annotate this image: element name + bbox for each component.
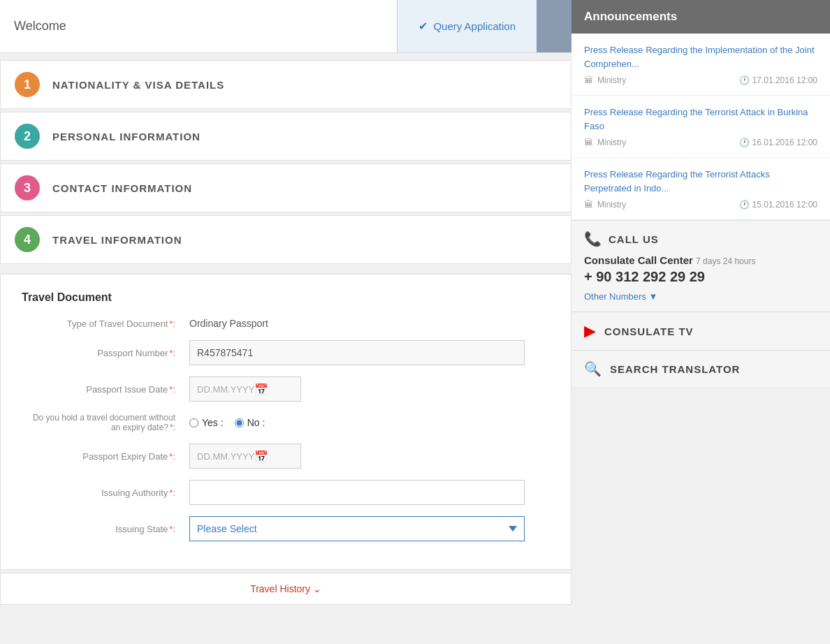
issuing-state-select[interactable]: Please Select <box>189 516 525 541</box>
passport-issue-date-label: Passport Issue Date*: <box>22 384 189 395</box>
passport-number-input[interactable] <box>189 340 525 365</box>
call-number: + 90 312 292 29 29 <box>584 269 817 285</box>
ministry-icon-3: 🏛 <box>584 199 593 210</box>
step-1-nationality[interactable]: 1 NATIONALITY & VISA DETAILS <box>0 60 571 109</box>
issuing-state-label: Issuing State*: <box>22 524 189 534</box>
announcement-source-3: Ministry <box>597 200 626 210</box>
expiry-question-row: Do you hold a travel document without an… <box>22 413 550 432</box>
clock-icon-2: 🕐 <box>739 138 750 147</box>
radio-yes-label: Yes : <box>202 417 224 428</box>
passport-expiry-date-input[interactable]: DD.MM.YYYY 📅 <box>189 444 301 469</box>
call-us-header: 📞 CALL US <box>584 230 817 247</box>
query-tab-label: Query Application <box>433 20 516 32</box>
travel-history-link[interactable]: Travel History ⌄ <box>250 583 321 594</box>
radio-no-label: No : <box>247 417 265 428</box>
steps-list: 1 NATIONALITY & VISA DETAILS 2 PERSONAL … <box>0 53 571 274</box>
step-4-label: TRAVEL INFORMATION <box>52 234 182 246</box>
step-4-travel[interactable]: 4 TRAVEL INFORMATION <box>0 215 571 264</box>
search-translator-title: SEARCH TRANSLATOR <box>610 363 740 375</box>
other-numbers-link[interactable]: Other Numbers ▼ <box>584 291 657 302</box>
announcement-meta-1: 🏛 Ministry 🕐 17.01.2016 12:00 <box>584 75 817 85</box>
announcement-date-1: 17.01.2016 12:00 <box>752 75 817 85</box>
passport-issue-date-input[interactable]: DD.MM.YYYY 📅 <box>189 376 301 402</box>
step-2-label: PERSONAL INFORMATION <box>52 131 201 142</box>
issuing-authority-row: Issuing Authority*: <box>22 480 550 505</box>
passport-number-label: Passport Number*: <box>22 348 189 358</box>
youtube-icon: ▶ <box>584 322 596 340</box>
welcome-text: Welcome <box>0 0 397 52</box>
step-3-label: CONTACT INFORMATION <box>52 182 192 194</box>
calendar-icon[interactable]: 📅 <box>254 383 293 396</box>
type-label: Type of Travel Document*: <box>22 319 189 329</box>
announcement-link-1[interactable]: Press Release Regarding the Implementati… <box>584 43 817 71</box>
announcement-source-2: Ministry <box>597 138 626 147</box>
step-4-circle: 4 <box>15 227 40 252</box>
expiry-question-label: Do you hold a travel document without an… <box>22 413 189 432</box>
expiry-radio-group: Yes : No : <box>189 417 265 428</box>
announcement-item-2: Press Release Regarding the Terrorist At… <box>571 96 830 158</box>
step-1-circle: 1 <box>15 72 40 97</box>
step-2-personal[interactable]: 2 PERSONAL INFORMATION <box>0 112 571 161</box>
call-us-section: 📞 CALL US Consulate Call Center 7 days 2… <box>571 221 830 312</box>
calendar-expiry-icon[interactable]: 📅 <box>254 450 293 463</box>
magnifier-icon: 🔍 <box>584 360 602 377</box>
consulate-tv-title: CONSULATE TV <box>604 325 694 337</box>
sidebar: Announcements Press Release Regarding th… <box>571 0 830 644</box>
radio-yes[interactable] <box>189 418 198 427</box>
radio-yes-option[interactable]: Yes : <box>189 417 224 428</box>
announcement-meta-3: 🏛 Ministry 🕐 15.01.2016 12:00 <box>584 199 817 210</box>
announcement-link-2[interactable]: Press Release Regarding the Terrorist At… <box>584 105 817 133</box>
ministry-icon-2: 🏛 <box>584 137 593 147</box>
travel-document-section: Travel Document Type of Travel Document*… <box>0 274 571 570</box>
passport-expiry-row: Passport Expiry Date*: DD.MM.YYYY 📅 <box>22 444 550 469</box>
announcement-date-2: 16.01.2016 12:00 <box>752 138 817 147</box>
search-translator-section[interactable]: 🔍 SEARCH TRANSLATOR <box>571 351 830 387</box>
phone-icon: 📞 <box>584 230 602 247</box>
announcements-header: Announcements <box>571 0 830 34</box>
query-application-tab[interactable]: ✔ Query Application <box>397 0 537 52</box>
passport-issue-date-row: Passport Issue Date*: DD.MM.YYYY 📅 <box>22 376 550 402</box>
call-hours: 7 days 24 hours <box>696 256 755 266</box>
announcement-source-1: Ministry <box>597 75 626 85</box>
announcement-meta-2: 🏛 Ministry 🕐 16.01.2016 12:00 <box>584 137 817 147</box>
announcement-link-3[interactable]: Press Release Regarding the Terrorist At… <box>584 168 817 195</box>
step-2-circle: 2 <box>15 124 40 149</box>
clock-icon-1: 🕐 <box>739 75 750 85</box>
announcement-item-3: Press Release Regarding the Terrorist At… <box>571 158 830 220</box>
travel-document-title: Travel Document <box>22 291 550 304</box>
radio-no[interactable] <box>235 418 244 427</box>
issuing-state-row: Issuing State*: Please Select <box>22 516 550 541</box>
type-of-travel-row: Type of Travel Document*: Ordinary Passp… <box>22 318 550 329</box>
call-us-title: CALL US <box>609 233 659 245</box>
passport-expiry-label: Passport Expiry Date*: <box>22 451 189 462</box>
type-value: Ordinary Passport <box>189 318 268 329</box>
ministry-icon-1: 🏛 <box>584 75 593 85</box>
announcement-item-1: Press Release Regarding the Implementati… <box>571 34 830 96</box>
step-3-contact[interactable]: 3 CONTACT INFORMATION <box>0 163 571 212</box>
announcement-date-3: 15.01.2016 12:00 <box>752 200 817 210</box>
call-center-name: Consulate Call Center 7 days 24 hours <box>584 254 817 266</box>
announcements-list: Press Release Regarding the Implementati… <box>571 34 830 220</box>
header: Welcome ✔ Query Application <box>0 0 571 53</box>
step-1-label: NATIONALITY & VISA DETAILS <box>52 79 224 91</box>
clock-icon-3: 🕐 <box>739 200 750 210</box>
consulate-tv-section[interactable]: ▶ CONSULATE TV <box>571 312 830 351</box>
query-tab-icon: ✔ <box>418 20 428 33</box>
step-3-circle: 3 <box>15 175 40 200</box>
announcements-panel: Announcements Press Release Regarding th… <box>571 0 830 221</box>
travel-footer: Travel History ⌄ <box>0 573 571 605</box>
issuing-authority-input[interactable] <box>189 480 525 505</box>
passport-number-row: Passport Number*: <box>22 340 550 365</box>
header-image <box>537 0 571 52</box>
issuing-authority-label: Issuing Authority*: <box>22 488 189 498</box>
radio-no-option[interactable]: No : <box>235 417 265 428</box>
